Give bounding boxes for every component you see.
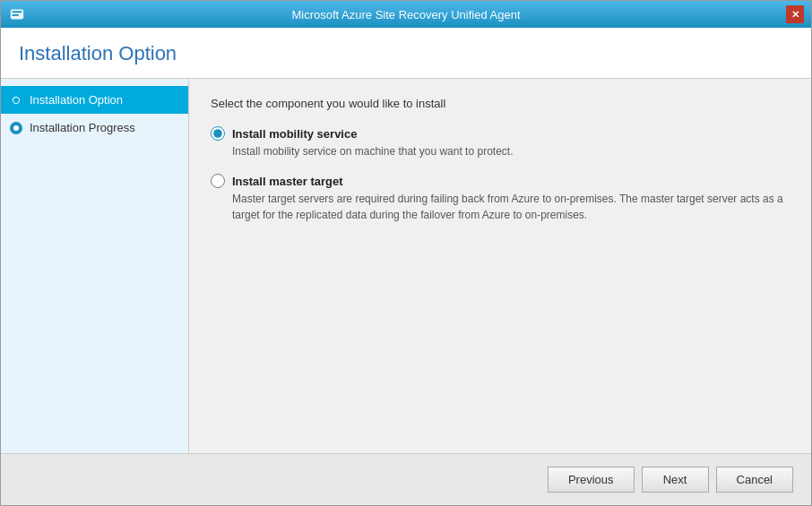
instruction-text: Select the component you would like to i…	[211, 97, 790, 110]
previous-button[interactable]: Previous	[548, 467, 635, 493]
close-button[interactable]: ✕	[786, 5, 804, 23]
sidebar-dot-2	[10, 122, 22, 134]
option-desc-mobility: Install mobility service on machine that…	[232, 143, 790, 159]
footer-area: Previous Next Cancel	[1, 453, 811, 505]
radio-mobility[interactable]	[211, 126, 225, 141]
main-window: Microsoft Azure Site Recovery Unified Ag…	[0, 0, 812, 506]
next-button[interactable]: Next	[642, 467, 709, 493]
header-area: Installation Option	[1, 28, 811, 79]
cancel-button[interactable]: Cancel	[716, 467, 793, 493]
option-title-mobility: Install mobility service	[232, 127, 357, 141]
svg-rect-2	[13, 14, 19, 16]
svg-rect-1	[13, 11, 22, 13]
sidebar-label-1: Installation Option	[30, 93, 123, 107]
sidebar-item-installation-progress[interactable]: Installation Progress	[1, 114, 188, 142]
option-title-master: Install master target	[232, 175, 343, 188]
option-label-mobility[interactable]: Install mobility service	[211, 126, 790, 141]
content-area: Installation Option Installation Progres…	[1, 79, 811, 453]
option-item-master: Install master target Master target serv…	[211, 174, 790, 223]
main-content: Select the component you would like to i…	[189, 79, 811, 453]
sidebar-label-2: Installation Progress	[30, 121, 135, 134]
sidebar-dot-1	[10, 94, 22, 107]
window-icon	[8, 5, 26, 23]
sidebar-item-installation-option[interactable]: Installation Option	[1, 86, 188, 114]
option-item-mobility: Install mobility service Install mobilit…	[211, 126, 790, 159]
page-title: Installation Option	[19, 42, 793, 65]
title-bar: Microsoft Azure Site Recovery Unified Ag…	[1, 1, 811, 28]
option-desc-master: Master target servers are required durin…	[232, 191, 790, 223]
radio-master[interactable]	[211, 174, 225, 188]
title-bar-controls: ✕	[786, 5, 804, 23]
option-group: Install mobility service Install mobilit…	[211, 126, 790, 223]
title-bar-title: Microsoft Azure Site Recovery Unified Ag…	[26, 8, 786, 21]
sidebar: Installation Option Installation Progres…	[1, 79, 189, 453]
option-label-master[interactable]: Install master target	[211, 174, 790, 188]
